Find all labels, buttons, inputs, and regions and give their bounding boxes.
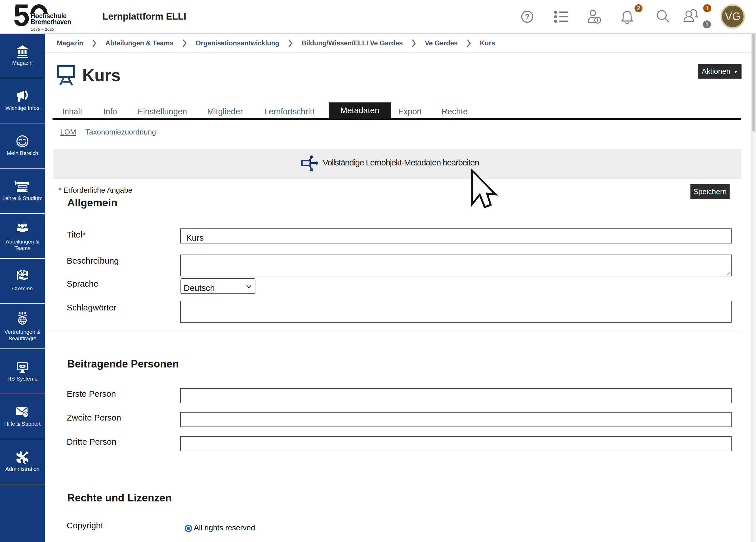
svg-text:?: ? bbox=[525, 12, 530, 21]
svg-text:?: ? bbox=[24, 412, 27, 417]
